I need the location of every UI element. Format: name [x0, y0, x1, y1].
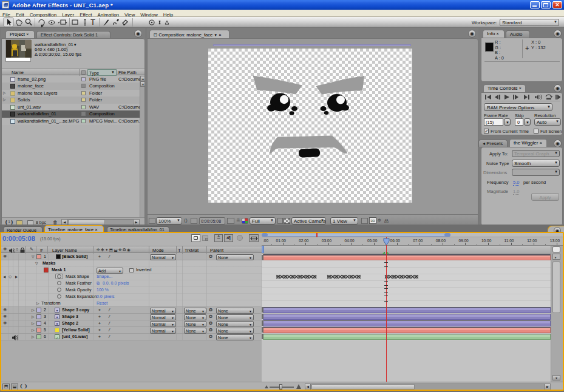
svg-text:T: T	[90, 18, 95, 27]
